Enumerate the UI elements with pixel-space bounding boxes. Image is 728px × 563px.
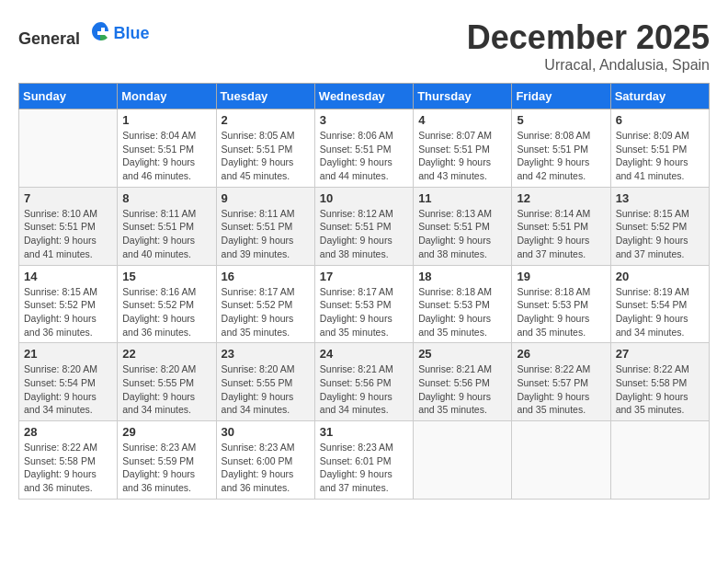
day-number: 3 <box>320 113 408 127</box>
daylight-text: Daylight: 9 hours <box>122 312 210 326</box>
calendar-day-cell: 10Sunrise: 8:12 AMSunset: 5:51 PMDayligh… <box>314 187 413 265</box>
sunset-text: Sunset: 5:59 PM <box>122 454 210 468</box>
sunrise-text: Sunrise: 8:20 AM <box>122 362 210 376</box>
sunset-text: Sunset: 5:53 PM <box>517 298 605 312</box>
sunrise-text: Sunrise: 8:15 AM <box>24 285 112 299</box>
header: General Blue December 2025 Urracal, Anda… <box>18 18 710 74</box>
sunrise-text: Sunrise: 8:12 AM <box>320 207 408 221</box>
day-number: 12 <box>517 191 605 205</box>
daylight-text: Daylight: 9 hours <box>418 234 506 247</box>
daylight-text-cont: and 38 minutes. <box>320 247 408 261</box>
logo-icon <box>88 18 114 44</box>
sunset-text: Sunset: 5:51 PM <box>418 220 506 234</box>
daylight-text: Daylight: 9 hours <box>122 234 210 247</box>
daylight-text-cont: and 45 minutes. <box>222 169 310 183</box>
day-number: 17 <box>320 270 408 283</box>
daylight-text-cont: and 36 minutes. <box>24 326 112 339</box>
title-area: December 2025 Urracal, Andalusia, Spain <box>467 18 710 74</box>
sunset-text: Sunset: 5:55 PM <box>122 376 210 390</box>
sunset-text: Sunset: 5:51 PM <box>122 220 210 234</box>
daylight-text: Daylight: 9 hours <box>418 155 506 169</box>
daylight-text-cont: and 37 minutes. <box>517 247 605 261</box>
daylight-text-cont: and 37 minutes. <box>320 481 408 495</box>
calendar-header-cell: Sunday <box>19 84 118 109</box>
calendar-week-row: 7Sunrise: 8:10 AMSunset: 5:51 PMDaylight… <box>19 187 710 265</box>
day-info: Sunrise: 8:10 AMSunset: 5:51 PMDaylight:… <box>24 207 112 261</box>
sunset-text: Sunset: 6:01 PM <box>320 454 408 468</box>
daylight-text: Daylight: 9 hours <box>222 155 310 169</box>
calendar-day-cell: 30Sunrise: 8:23 AMSunset: 6:00 PMDayligh… <box>216 421 314 500</box>
calendar-day-cell: 3Sunrise: 8:06 AMSunset: 5:51 PMDaylight… <box>314 109 413 188</box>
day-number: 1 <box>122 113 210 127</box>
daylight-text-cont: and 34 minutes. <box>122 403 210 417</box>
day-info: Sunrise: 8:15 AMSunset: 5:52 PMDaylight:… <box>616 207 704 261</box>
sunset-text: Sunset: 5:51 PM <box>24 220 112 234</box>
daylight-text-cont: and 41 minutes. <box>616 169 704 183</box>
calendar-header-cell: Wednesday <box>314 84 413 109</box>
daylight-text-cont: and 34 minutes. <box>24 403 112 417</box>
day-info: Sunrise: 8:22 AMSunset: 5:58 PMDaylight:… <box>616 362 704 417</box>
day-number: 20 <box>616 270 704 283</box>
day-info: Sunrise: 8:18 AMSunset: 5:53 PMDaylight:… <box>418 285 506 339</box>
sunrise-text: Sunrise: 8:21 AM <box>418 362 506 376</box>
day-number: 4 <box>418 113 506 127</box>
calendar-day-cell: 18Sunrise: 8:18 AMSunset: 5:53 PMDayligh… <box>414 265 512 343</box>
daylight-text-cont: and 44 minutes. <box>320 169 408 183</box>
daylight-text: Daylight: 9 hours <box>24 467 112 481</box>
daylight-text: Daylight: 9 hours <box>222 234 310 247</box>
day-number: 26 <box>517 347 605 361</box>
sunset-text: Sunset: 5:54 PM <box>616 298 704 312</box>
daylight-text-cont: and 35 minutes. <box>616 403 704 417</box>
day-number: 25 <box>418 347 506 361</box>
daylight-text-cont: and 36 minutes. <box>122 326 210 339</box>
day-info: Sunrise: 8:16 AMSunset: 5:52 PMDaylight:… <box>122 285 210 339</box>
sunset-text: Sunset: 5:51 PM <box>517 220 605 234</box>
daylight-text: Daylight: 9 hours <box>320 155 408 169</box>
calendar-day-cell: 23Sunrise: 8:20 AMSunset: 5:55 PMDayligh… <box>216 343 314 421</box>
sunrise-text: Sunrise: 8:09 AM <box>616 129 704 143</box>
day-info: Sunrise: 8:17 AMSunset: 5:52 PMDaylight:… <box>222 285 310 339</box>
calendar-day-cell: 29Sunrise: 8:23 AMSunset: 5:59 PMDayligh… <box>118 421 216 500</box>
sunset-text: Sunset: 5:51 PM <box>222 220 310 234</box>
calendar-day-cell: 25Sunrise: 8:21 AMSunset: 5:56 PMDayligh… <box>414 343 512 421</box>
calendar-day-cell: 17Sunrise: 8:17 AMSunset: 5:53 PMDayligh… <box>314 265 413 343</box>
sunrise-text: Sunrise: 8:04 AM <box>122 129 210 143</box>
day-info: Sunrise: 8:13 AMSunset: 5:51 PMDaylight:… <box>418 207 506 261</box>
daylight-text: Daylight: 9 hours <box>517 312 605 326</box>
day-info: Sunrise: 8:18 AMSunset: 5:53 PMDaylight:… <box>517 285 605 339</box>
sunset-text: Sunset: 5:53 PM <box>320 298 408 312</box>
sunset-text: Sunset: 5:52 PM <box>24 298 112 312</box>
daylight-text: Daylight: 9 hours <box>320 234 408 247</box>
sunrise-text: Sunrise: 8:17 AM <box>320 285 408 299</box>
daylight-text: Daylight: 9 hours <box>517 234 605 247</box>
day-number: 23 <box>222 347 310 361</box>
day-info: Sunrise: 8:04 AMSunset: 5:51 PMDaylight:… <box>122 129 210 183</box>
sunrise-text: Sunrise: 8:17 AM <box>222 285 310 299</box>
day-info: Sunrise: 8:23 AMSunset: 6:01 PMDaylight:… <box>320 441 408 495</box>
day-info: Sunrise: 8:20 AMSunset: 5:55 PMDaylight:… <box>222 362 310 417</box>
daylight-text-cont: and 35 minutes. <box>418 403 506 417</box>
sunrise-text: Sunrise: 8:19 AM <box>616 285 704 299</box>
calendar-day-cell: 26Sunrise: 8:22 AMSunset: 5:57 PMDayligh… <box>512 343 610 421</box>
calendar-day-cell: 12Sunrise: 8:14 AMSunset: 5:51 PMDayligh… <box>512 187 610 265</box>
day-info: Sunrise: 8:11 AMSunset: 5:51 PMDaylight:… <box>222 207 310 261</box>
daylight-text: Daylight: 9 hours <box>222 467 310 481</box>
sunrise-text: Sunrise: 8:18 AM <box>418 285 506 299</box>
daylight-text: Daylight: 9 hours <box>418 312 506 326</box>
day-number: 6 <box>616 113 704 127</box>
daylight-text-cont: and 36 minutes. <box>24 481 112 495</box>
calendar-day-cell: 16Sunrise: 8:17 AMSunset: 5:52 PMDayligh… <box>216 265 314 343</box>
daylight-text: Daylight: 9 hours <box>122 390 210 404</box>
day-number: 19 <box>517 270 605 283</box>
day-info: Sunrise: 8:06 AMSunset: 5:51 PMDaylight:… <box>320 129 408 183</box>
sunrise-text: Sunrise: 8:11 AM <box>122 207 210 221</box>
day-info: Sunrise: 8:15 AMSunset: 5:52 PMDaylight:… <box>24 285 112 339</box>
sunset-text: Sunset: 6:00 PM <box>222 454 310 468</box>
daylight-text-cont: and 40 minutes. <box>122 247 210 261</box>
daylight-text-cont: and 34 minutes. <box>616 326 704 339</box>
day-info: Sunrise: 8:23 AMSunset: 6:00 PMDaylight:… <box>222 441 310 495</box>
day-number: 13 <box>616 191 704 205</box>
day-info: Sunrise: 8:19 AMSunset: 5:54 PMDaylight:… <box>616 285 704 339</box>
day-number: 2 <box>222 113 310 127</box>
sunset-text: Sunset: 5:57 PM <box>517 376 605 390</box>
